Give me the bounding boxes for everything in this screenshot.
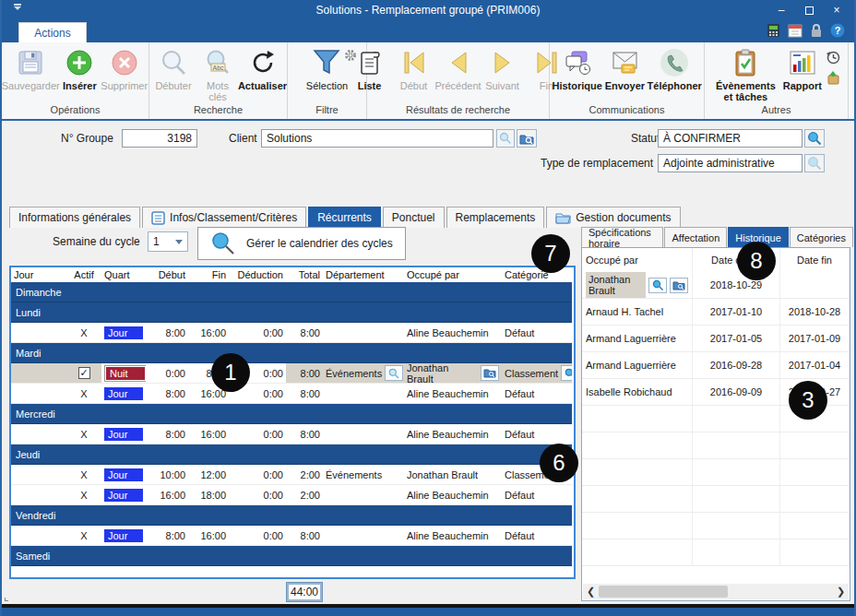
tab-affectation[interactable]: Affectation bbox=[664, 227, 727, 247]
plus-circle-icon bbox=[65, 47, 94, 78]
groupe-field[interactable]: 3198 bbox=[122, 129, 197, 148]
magnifier-icon bbox=[499, 132, 512, 145]
save-button[interactable]: Sauvegarder bbox=[4, 44, 57, 91]
minimize-button[interactable]: – bbox=[767, 0, 795, 20]
scrollbar-thumb[interactable] bbox=[599, 586, 728, 598]
col-deduction: Déduction bbox=[240, 269, 286, 280]
ribbon-group-recherche: Débuter Abc Mots clés Actualiser Recherc… bbox=[149, 42, 288, 119]
day-row-jeudi[interactable]: Jeudi bbox=[11, 444, 574, 465]
envelope-icon bbox=[610, 47, 639, 78]
group-label-filtre: Filtre bbox=[290, 104, 364, 119]
delete-button[interactable]: Supprimer bbox=[101, 44, 147, 91]
export-icon[interactable] bbox=[826, 70, 840, 85]
magnifier-icon bbox=[807, 131, 822, 146]
quart-combobox[interactable]: Nuit bbox=[104, 365, 146, 382]
day-row-mercredi[interactable]: Mercredi bbox=[11, 404, 574, 424]
departement-search-button[interactable] bbox=[385, 365, 403, 381]
lock-icon[interactable] bbox=[810, 23, 823, 38]
day-row-vendredi[interactable]: Vendredi bbox=[11, 505, 574, 526]
week-row: Semaine du cycle 1 Gérer le calendrier d… bbox=[9, 227, 576, 262]
table-row[interactable]: X Jour 8:0016:00 0:008:00 Aline Beauchem… bbox=[11, 526, 574, 546]
table-row-editing[interactable]: ✓ Nuit 0:00 8:00 0:00 8:00 Événements Jo… bbox=[11, 363, 574, 384]
debut-field[interactable]: 0:00 bbox=[146, 363, 188, 384]
previous-button[interactable]: Précédent bbox=[436, 44, 481, 91]
occupe-field[interactable]: Jonathan Brault bbox=[404, 363, 502, 384]
schedule-table: Jour Actif Quart Début Fin Déduction Tot… bbox=[9, 266, 576, 579]
day-row-lundi[interactable]: Lundi bbox=[11, 302, 574, 323]
tab-recurrents[interactable]: Récurrents bbox=[308, 207, 381, 228]
type-remplacement-field[interactable]: Adjointe administrative bbox=[658, 154, 802, 172]
help-icon[interactable]: ? bbox=[830, 23, 845, 38]
table-row[interactable]: X Jour 8:0016:00 0:008:00 Aline Beauchem… bbox=[11, 323, 574, 343]
calendar-icon[interactable] bbox=[788, 23, 802, 38]
scroll-icon bbox=[357, 47, 383, 78]
ribbon-group-autres: Évènements et tâches Rapport Autres bbox=[705, 42, 849, 119]
table-row[interactable]: X Jour 10:0012:00 0:002:00 ÉvénementsJon… bbox=[11, 465, 574, 485]
ribbon-group-communications: Historique Envoyer Téléphoner Communicat… bbox=[550, 42, 705, 119]
tab-informations-generales[interactable]: Informations générales bbox=[9, 207, 140, 228]
next-button[interactable]: Suivant bbox=[481, 44, 525, 91]
manage-cycles-button[interactable]: Gérer le calendrier des cycles bbox=[197, 227, 406, 260]
start-search-button[interactable]: Débuter bbox=[151, 44, 196, 91]
prev-arrow-icon bbox=[447, 47, 470, 78]
categorie-field[interactable]: Classement bbox=[502, 363, 572, 384]
client-label: Client bbox=[229, 132, 257, 145]
day-row-mardi[interactable]: Mardi bbox=[11, 343, 574, 363]
history-row[interactable]: Armand Laguerrière2017-01-052017-01-09 bbox=[582, 326, 850, 352]
tab-ponctuel[interactable]: Ponctuel bbox=[383, 207, 445, 228]
table-row[interactable]: X Jour 16:0018:00 0:002:00 Aline Beauche… bbox=[11, 485, 574, 505]
statut-search-button[interactable] bbox=[804, 129, 825, 148]
report-button[interactable]: Rapport bbox=[779, 44, 826, 91]
maximize-button[interactable] bbox=[795, 0, 823, 20]
col-date-fin: Date fin bbox=[780, 248, 850, 272]
tab-categories[interactable]: Catégories bbox=[790, 227, 853, 247]
horizontal-scrollbar[interactable]: ❮ ❯ bbox=[583, 584, 849, 599]
occupe-folder-search-button[interactable] bbox=[481, 365, 499, 381]
gear-icon[interactable] bbox=[344, 49, 357, 62]
send-button[interactable]: Envoyer bbox=[602, 44, 647, 91]
client-search-button[interactable] bbox=[496, 129, 515, 148]
recent-history-icon[interactable] bbox=[826, 50, 840, 65]
phone-button[interactable]: Téléphoner bbox=[647, 44, 702, 91]
insert-button[interactable]: Insérer bbox=[57, 44, 101, 91]
history-button[interactable]: Historique bbox=[552, 44, 602, 91]
tab-remplacements[interactable]: Remplacements bbox=[446, 207, 545, 228]
refresh-button[interactable]: Actualiser bbox=[240, 44, 285, 91]
table-row[interactable]: X Jour 8:0016:00 0:008:00 Aline Beauchem… bbox=[11, 424, 574, 444]
groupe-label: N° Groupe bbox=[61, 132, 113, 145]
client-folder-search-button[interactable] bbox=[517, 129, 537, 148]
tab-gestion-documents[interactable]: Gestion documents bbox=[546, 207, 680, 228]
week-cycle-select[interactable]: 1 bbox=[148, 231, 188, 252]
history-search-button[interactable] bbox=[648, 278, 667, 293]
departement-field[interactable]: Événements bbox=[323, 363, 404, 384]
type-search-button[interactable] bbox=[804, 154, 825, 172]
history-table: Occupé par Date début Date fin Jonathan … bbox=[581, 247, 850, 601]
events-tasks-button[interactable]: Évènements et tâches bbox=[712, 44, 779, 102]
history-row[interactable]: Arnaud H. Tachel2017-01-102018-10-28 bbox=[582, 299, 850, 326]
keywords-button[interactable]: Abc Mots clés bbox=[196, 44, 240, 102]
day-row-samedi[interactable]: Samedi bbox=[11, 546, 574, 566]
calculator-icon[interactable] bbox=[767, 23, 780, 38]
magnifier-abc-icon: Abc bbox=[204, 47, 232, 78]
history-folder-search-button[interactable] bbox=[670, 278, 688, 293]
categorie-search-button[interactable] bbox=[561, 365, 572, 381]
history-row-selected[interactable]: Jonathan Brault 2018-10-29 bbox=[582, 272, 850, 299]
close-button[interactable]: × bbox=[823, 0, 850, 20]
tab-infos-classement-criteres[interactable]: Infos/Classement/Critères bbox=[142, 207, 306, 228]
next-arrow-icon bbox=[492, 47, 514, 78]
annotation-badge-3: 3 bbox=[789, 381, 827, 420]
client-field[interactable]: Solutions bbox=[261, 129, 493, 148]
tab-actions[interactable]: Actions bbox=[18, 22, 87, 42]
scroll-left-icon[interactable]: ❮ bbox=[583, 586, 599, 598]
refresh-icon bbox=[249, 47, 277, 78]
actif-checkbox[interactable]: ✓ bbox=[78, 367, 90, 379]
statut-field[interactable]: À CONFIRMER bbox=[658, 129, 802, 148]
day-row-dimanche[interactable]: Dimanche bbox=[11, 282, 574, 302]
scroll-right-icon[interactable]: ❯ bbox=[833, 586, 849, 598]
tab-specifications-horaire[interactable]: Spécifications horaire bbox=[581, 227, 663, 247]
table-row[interactable]: X Jour 8:0016:00 0:008:00 Aline Beauchem… bbox=[11, 384, 574, 404]
history-row[interactable]: Armand Laguerrière2016-09-282017-01-04 bbox=[582, 352, 850, 379]
magnifier-icon bbox=[652, 279, 664, 291]
first-button[interactable]: Début bbox=[392, 44, 436, 91]
selection-filter-button[interactable]: Sélection bbox=[303, 44, 351, 91]
